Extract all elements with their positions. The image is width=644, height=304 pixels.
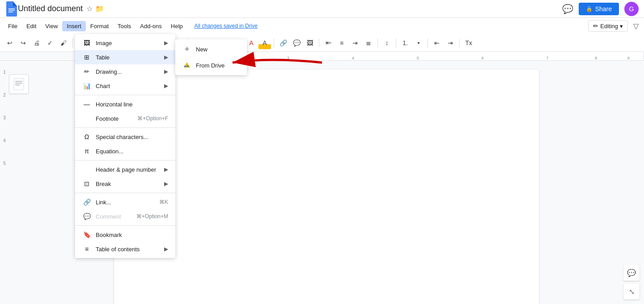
break-menu-label: Break <box>96 181 164 187</box>
share-button[interactable]: 🔒 Share <box>579 3 619 15</box>
insert-footnote-option[interactable]: Footnote ⌘+Option+F <box>75 111 175 126</box>
insert-header-option[interactable]: Header & page number ▶ <box>75 162 175 177</box>
insert-equation-option[interactable]: π Equation... <box>75 144 175 158</box>
comment-menu-icon: 💬 <box>82 212 91 221</box>
align-left-button[interactable]: ⇤ <box>322 37 335 49</box>
menu-format[interactable]: Format <box>86 21 113 31</box>
insert-drawing-option[interactable]: ✏ Drawing... ▶ <box>75 64 175 79</box>
link-menu-icon: 🔗 <box>82 198 91 207</box>
left-margin: 1 2 3 4 5 <box>0 61 9 304</box>
menu-insert[interactable]: Insert <box>62 21 86 31</box>
insert-specialchars-option[interactable]: Ω Special characters... <box>75 130 175 144</box>
redo-button[interactable]: ↪ <box>17 37 30 49</box>
undo-button[interactable]: ↩ <box>4 37 16 49</box>
drawing-menu-label: Drawing... <box>96 68 164 75</box>
text-color-button[interactable]: A <box>245 37 258 49</box>
spellcheck-button[interactable]: ✓ <box>44 37 56 49</box>
title-bar: Untitled document ☆ 📁 💬 🔒 Share G <box>0 0 644 18</box>
expand-button[interactable]: ⤡ <box>623 283 640 300</box>
toc-submenu-arrow: ▶ <box>164 246 168 252</box>
document-title[interactable]: Untitled document <box>18 4 83 13</box>
print-button[interactable]: 🖨 <box>30 37 43 49</box>
separator-4 <box>75 193 175 193</box>
separator-5 <box>75 225 175 226</box>
avatar[interactable]: G <box>624 2 639 16</box>
svg-rect-1 <box>8 10 15 11</box>
folder-icon[interactable]: 📁 <box>95 4 104 13</box>
drive-icon <box>182 61 191 70</box>
align-justify-button[interactable]: ≣ <box>362 37 375 49</box>
menu-bar: File Edit View Insert Format Tools Add-o… <box>0 18 644 34</box>
svg-rect-2 <box>8 12 13 13</box>
clear-format-button[interactable]: Tx <box>462 37 475 49</box>
table-submenu-arrow: ▶ <box>164 54 168 60</box>
insert-chart-option[interactable]: 📊 Chart ▶ <box>75 79 175 93</box>
menu-file[interactable]: File <box>4 21 22 31</box>
document-thumbnail-button[interactable] <box>9 74 29 94</box>
numbered-list-button[interactable]: 1. <box>399 37 411 49</box>
insert-table-option[interactable]: ⊞ Table ▶ <box>75 50 175 64</box>
link-button[interactable]: 🔗 <box>277 37 289 49</box>
separator-3 <box>75 160 175 160</box>
menu-addons[interactable]: Add-ons <box>136 21 166 31</box>
insert-comment-option: 💬 Comment ⌘+Option+M <box>75 209 175 224</box>
insert-toc-option[interactable]: ≡ Table of contents ▶ <box>75 242 175 256</box>
comment-shortcut: ⌘+Option+M <box>136 213 168 220</box>
line-spacing-button[interactable]: ↕ <box>381 37 393 49</box>
link-menu-label: Link... <box>96 199 159 206</box>
menu-edit[interactable]: Edit <box>22 21 41 31</box>
menu-help[interactable]: Help <box>166 21 187 31</box>
break-submenu-arrow: ▶ <box>164 181 168 187</box>
chat-icon[interactable]: 💬 <box>562 4 573 14</box>
saved-status: All changes saved in Drive <box>195 23 258 29</box>
svg-rect-6 <box>15 84 20 85</box>
divider-7 <box>377 38 378 47</box>
menu-view[interactable]: View <box>41 21 62 31</box>
footnote-shortcut: ⌘+Option+F <box>137 115 168 122</box>
header-menu-icon <box>82 165 91 174</box>
separator-1 <box>75 95 175 95</box>
hline-menu-label: Horizontal line <box>96 101 168 108</box>
table-new-option[interactable]: + New <box>175 41 247 57</box>
bullet-list-button[interactable]: • <box>412 37 425 49</box>
align-center-button[interactable]: ≡ <box>335 37 348 49</box>
footnote-menu-icon <box>82 114 91 123</box>
star-icon[interactable]: ☆ <box>86 4 93 13</box>
editing-mode-button[interactable]: ✏ Editing ▾ <box>588 20 628 32</box>
comment-button[interactable]: 💬 <box>290 37 303 49</box>
align-right-button[interactable]: ⇥ <box>349 37 361 49</box>
insert-hline-option[interactable]: — Horizontal line <box>75 97 175 111</box>
decrease-indent-button[interactable]: ⇤ <box>431 37 443 49</box>
insert-image-option[interactable]: 🖼 Image ▶ <box>75 36 175 50</box>
svg-rect-4 <box>15 81 22 82</box>
insert-bookmark-option[interactable]: 🔖 Bookmark <box>75 228 175 242</box>
svg-rect-5 <box>15 83 22 84</box>
table-menu-icon: ⊞ <box>82 53 91 62</box>
menu-tools[interactable]: Tools <box>113 21 136 31</box>
paint-format-button[interactable]: 🖌 <box>57 37 70 49</box>
new-table-icon: + <box>182 45 191 54</box>
document-page <box>114 70 539 304</box>
image-button[interactable]: 🖼 <box>304 37 316 49</box>
thumbnail-icon <box>13 78 24 90</box>
image-menu-label: Image <box>96 40 164 46</box>
editing-mode-label: Editing <box>600 23 618 30</box>
insert-break-option[interactable]: ⊡ Break ▶ <box>75 177 175 191</box>
divider-8 <box>396 38 396 47</box>
toc-menu-icon: ≡ <box>82 245 91 253</box>
table-from-drive-option[interactable]: From Drive <box>175 57 247 73</box>
new-table-label: New <box>196 46 208 53</box>
insert-link-option[interactable]: 🔗 Link... ⌘K <box>75 195 175 209</box>
chat-bubble-button[interactable]: 💬 <box>623 265 640 281</box>
divider-1 <box>72 38 73 47</box>
highlight-button[interactable]: A <box>258 37 271 49</box>
bookmark-menu-icon: 🔖 <box>82 230 91 239</box>
divider-9 <box>428 38 428 47</box>
svg-rect-3 <box>14 78 24 90</box>
footnote-menu-label: Footnote <box>96 115 137 122</box>
svg-rect-0 <box>8 8 15 9</box>
chart-submenu-arrow: ▶ <box>164 83 168 89</box>
increase-indent-button[interactable]: ⇥ <box>444 37 457 49</box>
equation-menu-icon: π <box>82 147 91 156</box>
expand-icon[interactable]: ▽ <box>631 21 640 30</box>
